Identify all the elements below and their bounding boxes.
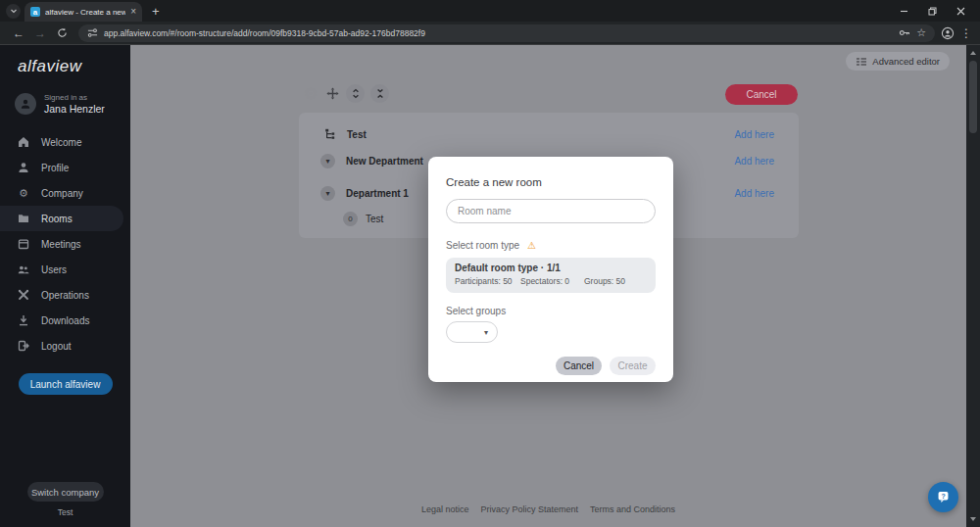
privacy-policy-link[interactable]: Privacy Policy Statement — [480, 504, 578, 514]
tab-search-button[interactable] — [6, 4, 21, 19]
alfaview-favicon-icon: a — [30, 7, 40, 17]
room-occupancy-badge: 0 — [343, 212, 358, 226]
warning-icon: ⚠ — [527, 241, 536, 251]
room-label: Test — [366, 214, 383, 224]
help-chat-button[interactable]: ? — [928, 482, 958, 512]
gear-icon: ⚙ — [18, 187, 29, 199]
sidebar-item-company[interactable]: ⚙ Company — [0, 180, 130, 206]
sidebar-item-profile[interactable]: Profile — [0, 155, 130, 180]
window-restore-button[interactable] — [922, 3, 942, 19]
tab-title: alfaview - Create a new room — [45, 8, 125, 17]
user-name: Jana Henzler — [44, 103, 105, 115]
select-room-type-label: Select room type — [446, 240, 519, 251]
sidebar-item-logout[interactable]: Logout — [0, 333, 130, 359]
main-content: Advanced editor ⚙ Cancel — [130, 45, 966, 527]
user-avatar — [15, 93, 36, 115]
scroll-up-icon[interactable] — [966, 47, 980, 59]
window-minimize-button[interactable] — [894, 3, 913, 19]
calendar-icon — [18, 238, 29, 250]
room-type-option[interactable]: Default room type · 1/1 Participants: 50… — [446, 258, 656, 293]
tab-close-icon[interactable]: × — [130, 7, 136, 17]
modal-title: Create a new room — [446, 176, 656, 188]
expand-icon — [351, 88, 361, 99]
new-tab-button[interactable]: + — [152, 4, 160, 19]
url-text: app.alfaview.com/#/room-structure/add/ro… — [104, 28, 893, 38]
restore-icon — [928, 7, 937, 16]
sidebar: alfaview Signed in as Jana Henzler Welco… — [0, 45, 130, 527]
tree-toolbar: ⚙ — [303, 84, 389, 103]
logout-icon — [18, 340, 29, 352]
sidebar-nav: Welcome Profile ⚙ Company Rooms Meetings — [0, 129, 130, 359]
tree-settings-button[interactable]: ⚙ — [303, 86, 318, 102]
help-bubble-icon: ? — [936, 490, 951, 504]
download-icon — [18, 314, 29, 326]
people-icon — [18, 264, 29, 275]
site-settings-icon[interactable] — [87, 27, 98, 38]
tree-move-button[interactable] — [324, 86, 340, 102]
footer: Legal notice Privacy Policy Statement Te… — [130, 504, 966, 514]
room-type-participants: Participants: 50 — [455, 276, 520, 286]
hierarchy-icon — [323, 128, 336, 141]
sidebar-item-meetings[interactable]: Meetings — [0, 231, 130, 257]
modal-cancel-button[interactable]: Cancel — [556, 357, 602, 375]
close-icon — [956, 7, 965, 16]
back-button[interactable]: ← — [10, 24, 27, 42]
minimize-icon — [900, 7, 908, 16]
room-type-title: Default room type · 1/1 — [455, 263, 647, 273]
profile-avatar-icon[interactable] — [941, 26, 955, 40]
terms-conditions-link[interactable]: Terms and Conditions — [590, 504, 675, 514]
person-icon — [18, 162, 29, 173]
collapse-department-button[interactable]: ▾ — [320, 154, 335, 168]
window-close-button[interactable] — [951, 3, 970, 19]
create-room-modal: Create a new room Select room type ⚠ Def… — [428, 157, 673, 382]
sidebar-item-operations[interactable]: Operations — [0, 282, 130, 308]
sidebar-item-rooms[interactable]: Rooms — [0, 206, 123, 231]
browser-tab[interactable]: a alfaview - Create a new room × — [24, 2, 142, 22]
department-label: New Department — [346, 156, 423, 167]
modal-create-button[interactable]: Create — [610, 357, 656, 375]
chevron-down-icon: ▾ — [484, 328, 488, 337]
department-label: Department 1 — [346, 188, 409, 199]
sidebar-item-users[interactable]: Users — [0, 257, 130, 282]
svg-text:?: ? — [941, 493, 945, 500]
password-key-icon[interactable] — [899, 27, 910, 38]
screen: a alfaview - Create a new room × + ← → — [0, 0, 980, 527]
groups-select-dropdown[interactable]: ▾ — [446, 321, 498, 343]
reload-button[interactable] — [53, 24, 71, 42]
add-here-link-root[interactable]: Add here — [734, 129, 774, 140]
scroll-down-icon[interactable] — [966, 513, 980, 525]
signed-in-label: Signed in as — [44, 93, 105, 102]
sidebar-item-welcome[interactable]: Welcome — [0, 129, 130, 155]
room-type-groups: Groups: 50 — [584, 276, 625, 286]
gear-icon: ⚙ — [304, 84, 318, 103]
bookmark-star-icon[interactable]: ☆ — [916, 26, 926, 39]
sidebar-item-downloads[interactable]: Downloads — [0, 308, 130, 333]
collapse-icon — [375, 88, 385, 99]
browser-urlbar: ← → app.alfaview.com/#/room-structure/ad… — [0, 22, 980, 45]
select-groups-label: Select groups — [446, 306, 506, 316]
person-icon — [20, 98, 31, 110]
room-name-input[interactable] — [446, 199, 656, 223]
expand-all-button[interactable] — [346, 84, 365, 103]
switch-company-button[interactable]: Switch company — [27, 482, 104, 502]
page-scrollbar[interactable] — [966, 45, 980, 527]
editor-list-icon — [856, 57, 867, 67]
add-here-link-department-1[interactable]: Add here — [734, 188, 774, 199]
room-type-spectators: Spectators: 0 — [520, 276, 584, 286]
launch-alfaview-button[interactable]: Launch alfaview — [19, 373, 113, 395]
legal-notice-link[interactable]: Legal notice — [421, 504, 469, 514]
home-icon — [18, 136, 29, 148]
collapse-department-button[interactable]: ▾ — [320, 186, 335, 201]
add-here-link-new-department[interactable]: Add here — [734, 156, 774, 167]
collapse-all-button[interactable] — [370, 84, 389, 103]
browser-menu-icon[interactable]: ⋮ — [960, 26, 972, 40]
tree-row-root: Test Add here — [299, 125, 799, 143]
reload-icon — [57, 27, 68, 38]
browser-titlebar: a alfaview - Create a new room × + — [0, 0, 980, 22]
move-icon — [326, 87, 339, 100]
cancel-room-creation-button[interactable]: Cancel — [725, 84, 798, 105]
forward-button[interactable]: → — [31, 24, 49, 42]
url-input[interactable]: app.alfaview.com/#/room-structure/add/ro… — [78, 24, 935, 42]
advanced-editor-button[interactable]: Advanced editor — [846, 52, 950, 71]
scrollbar-thumb[interactable] — [969, 61, 977, 133]
